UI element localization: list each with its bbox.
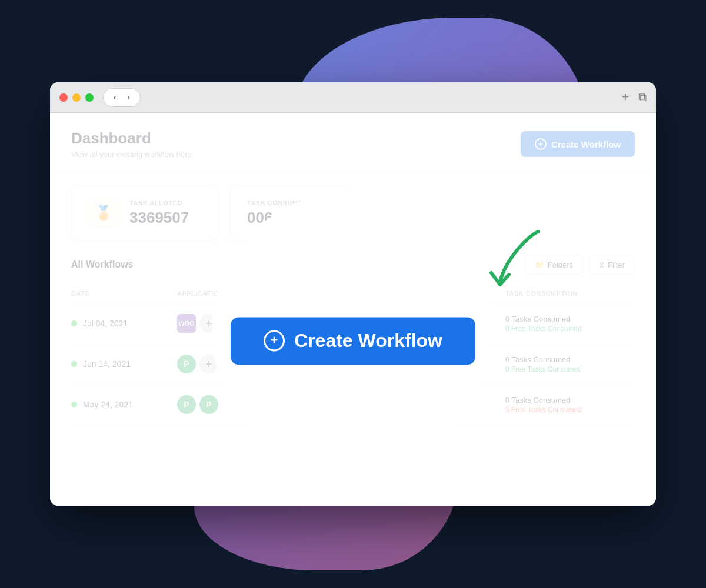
table-column-headers: DATE APPLICATION WORKFLOW TASK CONSUMPTI… [71,284,635,303]
free-tasks-3: 5 Free Tasks Consumed [505,406,635,414]
task-consumed-label: TASK CONSUMED [247,199,308,206]
task-count-3: 0 Tasks Consumed [505,396,635,405]
page-header: Dashboard View all your existing workflo… [50,113,656,171]
folders-icon: 📁 [535,260,544,269]
minimize-button[interactable] [72,93,81,102]
create-workflow-button[interactable]: + Create Workflow [521,131,635,157]
task-cell-1: 0 Tasks Consumed 0 Free Tasks Consumed [505,315,635,333]
task-count-1: 0 Tasks Consumed [505,315,635,323]
nav-buttons: ‹ › [103,88,141,107]
app-icons-3: P P [177,395,307,414]
app-icon-p2: P [177,395,196,414]
spotlight-create-workflow-button[interactable]: + Create Workflow [231,317,475,365]
workflow-folder-2: Home [307,365,505,373]
browser-chrome: ‹ › + ⧉ [50,82,656,113]
close-button[interactable] [59,93,68,102]
page-title: Dashboard [71,129,192,148]
app-icon-add-2[interactable]: + [199,355,218,373]
free-tasks-2: 0 Free Tasks Consumed [505,365,635,373]
workflow-name-3[interactable]: PSB - Subscription Data Testing [307,395,505,405]
app-icon-woocommerce: WOO [177,314,196,333]
col-task-consumption: TASK CONSUMPTION [505,290,635,297]
table-header: All Workflows 📁 Folders ⧖ Filter [71,255,635,275]
traffic-lights [59,93,94,102]
app-icon-add-1[interactable]: + [199,314,218,333]
task-consumed-info: TASK CONSUMED 006 [247,199,308,227]
new-tab-button[interactable]: + [622,91,629,104]
workflow-cell-3: PSB - Subscription Data Testing Home [307,395,505,414]
status-dot-3 [71,402,77,407]
col-application: APPLICATION [177,290,307,297]
header-left: Dashboard View all your existing workflo… [71,129,192,159]
workflow-folder-3: Home [307,406,505,414]
folders-label: Folders [548,260,573,269]
browser-actions: + ⧉ [622,91,647,104]
spotlight-create-label: Create Workflow [294,330,442,352]
free-tasks-1: 0 Free Tasks Consumed [505,325,635,333]
date-value-2: Jun 14, 2021 [83,359,131,369]
app-icon-p3: P [199,395,218,414]
filter-icon: ⧖ [599,260,604,269]
date-cell-2: Jun 14, 2021 [71,359,177,369]
col-date: DATE [71,290,177,297]
task-cell-3: 0 Tasks Consumed 5 Free Tasks Consumed [505,396,635,414]
stats-row: 🏅 TASK ALLOTED 3369507 TASK CONSUMED 006 [50,171,656,255]
filter-label: Filter [608,260,625,269]
back-button[interactable]: ‹ [108,91,121,104]
task-alloted-info: TASK ALLOTED 3369507 [129,199,189,227]
duplicate-tab-button[interactable]: ⧉ [638,91,647,104]
maximize-button[interactable] [85,93,94,102]
status-dot-2 [71,361,77,367]
spotlight-plus-icon: + [264,330,285,351]
col-workflow: WORKFLOW [307,290,505,297]
browser-window: ‹ › + ⧉ Dashboard View all your existing… [50,82,656,506]
date-cell-1: Jul 04, 2021 [71,319,177,328]
table-actions: 📁 Folders ⧖ Filter [525,255,635,275]
page-content: Dashboard View all your existing workflo… [50,113,656,506]
plus-circle-icon: + [535,138,547,150]
create-workflow-label: Create Workflow [551,139,621,149]
task-cell-2: 0 Tasks Consumed 0 Free Tasks Consumed [505,355,635,373]
task-alloted-icon: 🏅 [88,198,119,228]
table-row: May 24, 2021 P P PSB - Subscription Data… [71,385,635,425]
task-alloted-value: 3369507 [129,209,189,227]
status-dot-1 [71,320,77,326]
task-count-2: 0 Tasks Consumed [505,355,635,364]
forward-button[interactable]: › [122,91,135,104]
folders-button[interactable]: 📁 Folders [525,255,583,275]
task-alloted-label: TASK ALLOTED [129,199,189,206]
task-consumed-value: 006 [247,209,308,227]
filter-button[interactable]: ⧖ Filter [589,255,635,275]
task-alloted-card: 🏅 TASK ALLOTED 3369507 [71,185,218,240]
page-subtitle: View all your existing workflow here [71,150,192,159]
date-value-1: Jul 04, 2021 [83,319,128,328]
task-consumed-card: TASK CONSUMED 006 [230,185,348,240]
app-icon-p1: P [177,355,196,373]
date-value-3: May 24, 2021 [83,400,133,409]
table-title: All Workflows [71,259,134,270]
date-cell-3: May 24, 2021 [71,400,177,409]
